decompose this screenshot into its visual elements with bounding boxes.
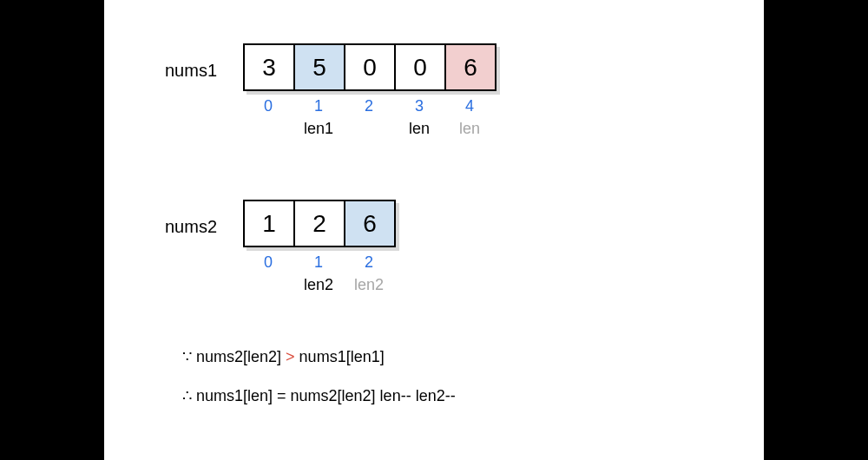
black-bar-right [764,0,868,460]
nums2-ptr-2: len2 [344,276,394,294]
nums2-indices: 0 1 2 [243,253,394,272]
array-nums2: 1 2 6 [243,200,396,247]
nums1-idx-4: 4 [444,97,495,115]
label-nums2: nums2 [165,217,217,237]
logic-result: ∴ nums1[len] = nums2[len2] len-- len2-- [182,386,456,405]
nums2-idx-0: 0 [243,253,293,272]
nums1-idx-0: 0 [243,97,293,115]
nums2-cell-1: 2 [293,200,345,247]
nums2-pointers: len2 len2 [243,276,394,294]
nums1-cell-0: 3 [243,43,295,91]
diagram-canvas: nums1 3 5 0 0 6 0 1 2 3 4 len1 len len n… [104,0,764,460]
nums1-idx-1: 1 [293,97,344,115]
cond-prefix: ∵ nums2[len2] [182,348,281,365]
nums2-idx-1: 1 [293,253,344,272]
nums2-ptr-1: len2 [293,276,344,294]
nums1-ptr-4: len [444,120,495,138]
nums1-pointers: len1 len len [243,120,495,138]
logic-condition: ∵ nums2[len2] > nums1[len1] [182,347,385,366]
nums1-ptr-3: len [394,120,444,138]
nums1-cell-2: 0 [344,43,396,91]
cond-suffix: nums1[len1] [299,348,385,365]
black-bar-left [0,0,104,460]
nums1-idx-2: 2 [344,97,394,115]
cond-op: > [286,348,295,365]
nums1-cell-1: 5 [293,43,345,91]
nums2-idx-2: 2 [344,253,394,272]
nums2-cell-0: 1 [243,200,295,247]
nums1-indices: 0 1 2 3 4 [243,97,495,115]
nums2-cell-2: 6 [344,200,396,247]
array-nums1: 3 5 0 0 6 [243,43,496,91]
label-nums1: nums1 [165,61,217,81]
nums1-cell-3: 0 [394,43,446,91]
nums1-ptr-1: len1 [293,120,344,138]
nums1-cell-4: 6 [444,43,496,91]
nums1-idx-3: 3 [394,97,444,115]
